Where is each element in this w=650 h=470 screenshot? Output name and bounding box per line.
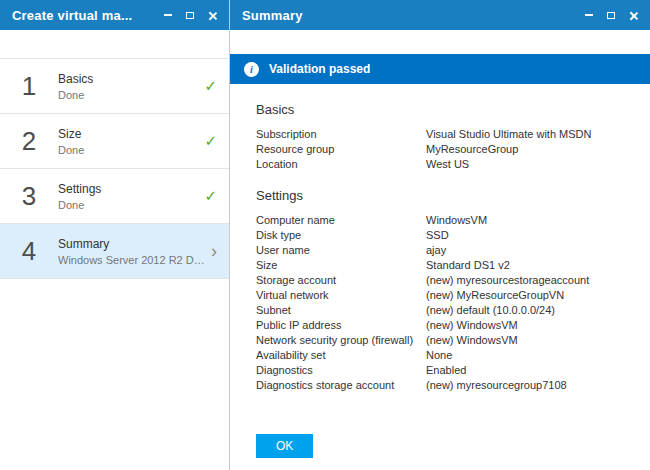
- section-title: Settings: [256, 188, 624, 203]
- row-value: (new) WindowsVM: [426, 333, 624, 348]
- row-label: Subnet: [256, 303, 426, 318]
- row-label: Diagnostics: [256, 363, 426, 378]
- left-blade-spacer: [0, 30, 229, 58]
- row-label: Location: [256, 157, 426, 172]
- row-value: Standard DS1 v2: [426, 258, 624, 273]
- row-label: Virtual network: [256, 288, 426, 303]
- settings-section: Settings Computer name WindowsVM Disk ty…: [256, 188, 624, 393]
- wizard-steps: 1 Basics Done ✓ 2 Size Done ✓ 3 Settings: [0, 58, 229, 279]
- row-label: Diagnostics storage account: [256, 378, 426, 393]
- ok-button[interactable]: OK: [256, 434, 313, 458]
- summary-content: Basics Subscription Visual Studio Ultima…: [230, 84, 650, 424]
- summary-row: Subscription Visual Studio Ultimate with…: [256, 127, 624, 142]
- row-value: ajay: [426, 243, 624, 258]
- blade-footer: OK: [230, 424, 650, 470]
- step-number: 2: [16, 126, 42, 157]
- summary-row: Storage account (new) myresourcestoragea…: [256, 273, 624, 288]
- summary-row: Size Standard DS1 v2: [256, 258, 624, 273]
- row-label: Storage account: [256, 273, 426, 288]
- summary-blade: Summary i Validation passed Basics Subsc…: [230, 0, 650, 470]
- right-blade-title: Summary: [242, 8, 580, 23]
- row-value: West US: [426, 157, 624, 172]
- row-label: Size: [256, 258, 426, 273]
- section-title: Basics: [256, 102, 624, 117]
- step-label: Summary: [58, 237, 205, 251]
- row-value: (new) default (10.0.0.0/24): [426, 303, 624, 318]
- info-icon: i: [244, 62, 259, 77]
- chevron-right-icon: ›: [211, 242, 217, 260]
- close-icon[interactable]: [203, 6, 221, 24]
- row-label: Disk type: [256, 228, 426, 243]
- step-status: Done: [58, 89, 198, 101]
- summary-row: Virtual network (new) MyResourceGroupVN: [256, 288, 624, 303]
- row-label: Availability set: [256, 348, 426, 363]
- row-value: (new) WindowsVM: [426, 318, 624, 333]
- summary-row: Subnet (new) default (10.0.0.0/24): [256, 303, 624, 318]
- check-icon: ✓: [204, 187, 217, 205]
- step-label: Settings: [58, 182, 198, 196]
- row-value: Visual Studio Ultimate with MSDN: [426, 127, 624, 142]
- summary-row: Diagnostics Enabled: [256, 363, 624, 378]
- validation-banner: i Validation passed: [230, 54, 650, 84]
- step-label: Size: [58, 127, 198, 141]
- row-value: SSD: [426, 228, 624, 243]
- maximize-icon[interactable]: [181, 6, 199, 24]
- close-icon[interactable]: [624, 6, 642, 24]
- summary-row: Availability set None: [256, 348, 624, 363]
- summary-row: Public IP address (new) WindowsVM: [256, 318, 624, 333]
- summary-row: Resource group MyResourceGroup: [256, 142, 624, 157]
- right-window-controls: [580, 6, 642, 24]
- summary-row: Computer name WindowsVM: [256, 213, 624, 228]
- row-value: (new) MyResourceGroupVN: [426, 288, 624, 303]
- row-label: Public IP address: [256, 318, 426, 333]
- step-status: Windows Server 2012 R2 Datac...: [58, 254, 205, 266]
- summary-row: Disk type SSD: [256, 228, 624, 243]
- row-label: Resource group: [256, 142, 426, 157]
- step-number: 3: [16, 181, 42, 212]
- row-label: Network security group (firewall): [256, 333, 426, 348]
- summary-row: Network security group (firewall) (new) …: [256, 333, 624, 348]
- row-value: MyResourceGroup: [426, 142, 624, 157]
- row-label: Subscription: [256, 127, 426, 142]
- maximize-icon[interactable]: [602, 6, 620, 24]
- step-label: Basics: [58, 72, 198, 86]
- create-vm-blade: Create virtual ma... 1 Basics Done ✓ 2: [0, 0, 230, 470]
- row-value: (new) myresourcegroup7108: [426, 378, 624, 393]
- step-status: Done: [58, 144, 198, 156]
- validation-text: Validation passed: [269, 62, 370, 76]
- left-blade-title: Create virtual ma...: [12, 8, 159, 23]
- row-label: User name: [256, 243, 426, 258]
- basics-section: Basics Subscription Visual Studio Ultima…: [256, 102, 624, 172]
- left-blade-header: Create virtual ma...: [0, 0, 229, 30]
- row-label: Computer name: [256, 213, 426, 228]
- wizard-step-size[interactable]: 2 Size Done ✓: [0, 114, 229, 169]
- create-vm-window: Create virtual ma... 1 Basics Done ✓ 2: [0, 0, 650, 470]
- minimize-icon[interactable]: [580, 6, 598, 24]
- wizard-step-summary[interactable]: 4 Summary Windows Server 2012 R2 Datac..…: [0, 224, 229, 279]
- summary-row: User name ajay: [256, 243, 624, 258]
- minimize-icon[interactable]: [159, 6, 177, 24]
- right-blade-spacer: [230, 30, 650, 54]
- step-number: 4: [16, 236, 42, 267]
- right-blade-header: Summary: [230, 0, 650, 30]
- step-number: 1: [16, 71, 42, 102]
- wizard-step-settings[interactable]: 3 Settings Done ✓: [0, 169, 229, 224]
- row-value: None: [426, 348, 624, 363]
- row-value: Enabled: [426, 363, 624, 378]
- summary-row: Diagnostics storage account (new) myreso…: [256, 378, 624, 393]
- row-value: WindowsVM: [426, 213, 624, 228]
- step-status: Done: [58, 199, 198, 211]
- check-icon: ✓: [204, 132, 217, 150]
- summary-row: Location West US: [256, 157, 624, 172]
- check-icon: ✓: [204, 77, 217, 95]
- left-window-controls: [159, 6, 221, 24]
- row-value: (new) myresourcestorageaccount: [426, 273, 624, 288]
- wizard-step-basics[interactable]: 1 Basics Done ✓: [0, 59, 229, 114]
